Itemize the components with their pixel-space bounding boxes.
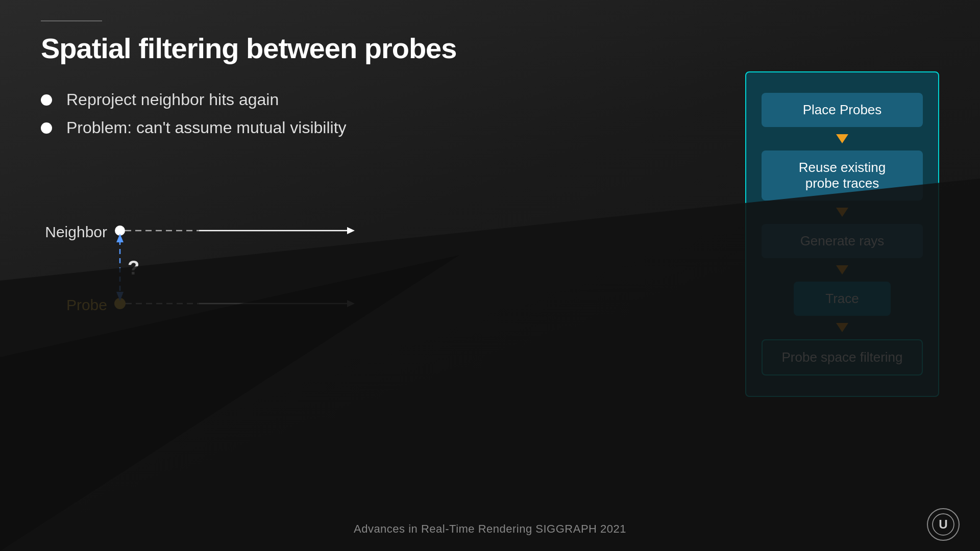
bullet-item-2: Problem: can't assume mutual visibility — [41, 118, 939, 137]
unreal-logo: U — [927, 508, 960, 541]
bullet-list: Reproject neighbor hits again Problem: c… — [41, 90, 939, 137]
bullet-text-2: Problem: can't assume mutual visibility — [66, 118, 347, 137]
bullet-dot-1 — [41, 94, 52, 106]
svg-text:U: U — [939, 517, 947, 531]
unreal-logo-svg: U — [932, 513, 954, 536]
slide-title: Spatial filtering between probes — [41, 32, 939, 65]
footer-text: Advances in Real-Time Rendering SIGGRAPH… — [354, 522, 626, 536]
bullet-item-1: Reproject neighbor hits again — [41, 90, 939, 109]
bullet-text-1: Reproject neighbor hits again — [66, 90, 279, 109]
top-line-decoration — [41, 20, 102, 21]
bullet-dot-2 — [41, 122, 52, 134]
slide-content: Spatial filtering between probes Reproje… — [0, 0, 980, 551]
